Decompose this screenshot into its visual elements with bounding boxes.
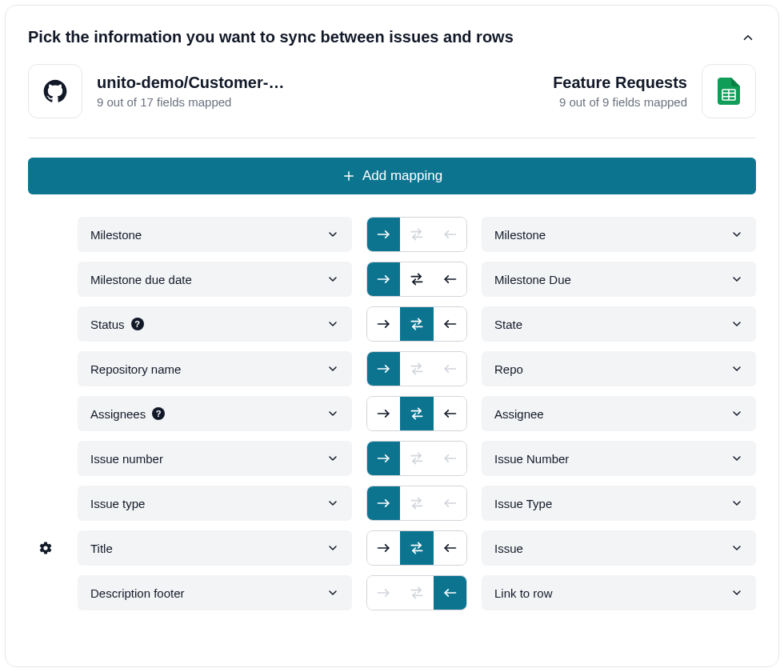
left-field-label: Issue number <box>90 452 163 466</box>
sheets-tool-icon <box>702 64 756 118</box>
chevron-down-icon <box>326 273 339 286</box>
add-mapping-button[interactable]: Add mapping <box>28 158 756 194</box>
chevron-down-icon <box>326 452 339 465</box>
left-field-label: Status? <box>90 318 144 331</box>
chevron-down-icon <box>326 228 339 241</box>
direction-left-button[interactable] <box>434 531 466 565</box>
chevron-down-icon <box>730 407 743 420</box>
github-tool-icon <box>28 64 82 118</box>
direction-right-button[interactable] <box>367 397 400 430</box>
left-field-label: Title <box>90 542 113 555</box>
right-field-label: Assignee <box>494 407 544 421</box>
direction-both-button[interactable] <box>400 531 433 565</box>
left-field-label: Issue type <box>90 497 145 510</box>
mapping-row: Status?State <box>28 306 756 342</box>
collapse-toggle[interactable] <box>740 30 756 46</box>
card-title: Pick the information you want to sync be… <box>28 28 514 46</box>
direction-right-button[interactable] <box>367 307 400 341</box>
direction-both-button[interactable] <box>400 352 433 386</box>
mapping-row: MilestoneMilestone <box>28 217 756 252</box>
right-field-label: Issue Number <box>494 452 569 466</box>
right-field-label: Link to row <box>494 586 553 600</box>
direction-left-button[interactable] <box>434 352 466 386</box>
right-field-select[interactable]: Assignee <box>482 396 756 431</box>
direction-toggle <box>366 262 467 297</box>
direction-right-button[interactable] <box>367 352 400 386</box>
direction-right-button[interactable] <box>367 442 400 475</box>
direction-toggle <box>366 217 467 252</box>
right-field-select[interactable]: Issue Number <box>482 441 756 476</box>
direction-toggle <box>366 441 467 476</box>
direction-both-button[interactable] <box>400 262 433 296</box>
right-field-select[interactable]: Link to row <box>482 575 756 610</box>
right-field-label: Milestone Due <box>494 273 571 286</box>
chevron-down-icon <box>730 497 743 510</box>
mapping-row: Issue numberIssue Number <box>28 441 756 476</box>
sources-row: unito-demo/Customer-… 9 out of 17 fields… <box>28 64 756 118</box>
right-field-select[interactable]: Issue <box>482 530 756 566</box>
google-sheets-icon <box>718 78 740 105</box>
left-field-select[interactable]: Description footer <box>78 575 352 610</box>
direction-left-button[interactable] <box>434 307 466 341</box>
left-field-select[interactable]: Milestone due date <box>78 262 352 297</box>
divider <box>28 138 756 138</box>
mapping-row: TitleIssue <box>28 530 756 566</box>
gear-icon <box>38 541 53 555</box>
right-field-select[interactable]: Milestone <box>482 217 756 252</box>
chevron-down-icon <box>326 586 339 599</box>
left-field-select[interactable]: Milestone <box>78 217 352 252</box>
mapping-row: Assignees?Assignee <box>28 396 756 431</box>
direction-left-button[interactable] <box>434 442 466 475</box>
direction-right-button[interactable] <box>367 218 400 251</box>
direction-both-button[interactable] <box>400 397 433 430</box>
direction-left-button[interactable] <box>434 397 466 430</box>
left-field-select[interactable]: Issue number <box>78 441 352 476</box>
mappings-list: MilestoneMilestoneMilestone due dateMile… <box>28 217 756 610</box>
direction-left-button[interactable] <box>434 486 466 520</box>
left-field-select[interactable]: Status? <box>78 306 352 342</box>
direction-both-button[interactable] <box>400 307 433 341</box>
direction-right-button[interactable] <box>367 262 400 296</box>
direction-both-button[interactable] <box>400 442 433 475</box>
help-icon[interactable]: ? <box>152 407 165 420</box>
left-field-label: Description footer <box>90 586 185 600</box>
chevron-down-icon <box>730 542 743 554</box>
right-source: Feature Requests 9 out of 9 fields mappe… <box>553 64 756 118</box>
left-field-select[interactable]: Title <box>78 530 352 566</box>
direction-right-button[interactable] <box>367 576 400 610</box>
right-field-select[interactable]: Issue Type <box>482 486 756 521</box>
direction-left-button[interactable] <box>434 576 466 610</box>
direction-both-button[interactable] <box>400 486 433 520</box>
help-icon[interactable]: ? <box>131 318 144 330</box>
direction-both-button[interactable] <box>400 218 433 251</box>
mapping-gear-slot[interactable] <box>28 541 63 555</box>
left-field-select[interactable]: Issue type <box>78 486 352 521</box>
right-source-text: Feature Requests 9 out of 9 fields mappe… <box>553 74 687 109</box>
direction-toggle <box>366 486 467 521</box>
direction-left-button[interactable] <box>434 218 466 251</box>
left-field-label: Milestone <box>90 228 142 242</box>
left-field-label: Assignees? <box>90 407 165 421</box>
right-field-label: Repo <box>494 362 523 376</box>
direction-right-button[interactable] <box>367 486 400 520</box>
mapping-row: Description footerLink to row <box>28 575 756 610</box>
direction-right-button[interactable] <box>367 531 400 565</box>
chevron-down-icon <box>730 586 743 599</box>
left-source: unito-demo/Customer-… 9 out of 17 fields… <box>28 64 284 118</box>
chevron-down-icon <box>326 497 339 510</box>
right-field-select[interactable]: Milestone Due <box>482 262 756 297</box>
mapping-row: Milestone due dateMilestone Due <box>28 262 756 297</box>
direction-toggle <box>366 575 467 610</box>
chevron-down-icon <box>730 362 743 375</box>
left-field-select[interactable]: Repository name <box>78 351 352 386</box>
right-field-select[interactable]: State <box>482 306 756 342</box>
chevron-down-icon <box>730 273 743 286</box>
direction-toggle <box>366 306 467 342</box>
right-field-select[interactable]: Repo <box>482 351 756 386</box>
left-field-select[interactable]: Assignees? <box>78 396 352 431</box>
card-header: Pick the information you want to sync be… <box>28 28 756 46</box>
direction-left-button[interactable] <box>434 262 466 296</box>
direction-both-button[interactable] <box>400 576 433 610</box>
right-source-name: Feature Requests <box>553 74 687 92</box>
sync-mapping-card: Pick the information you want to sync be… <box>5 5 779 667</box>
